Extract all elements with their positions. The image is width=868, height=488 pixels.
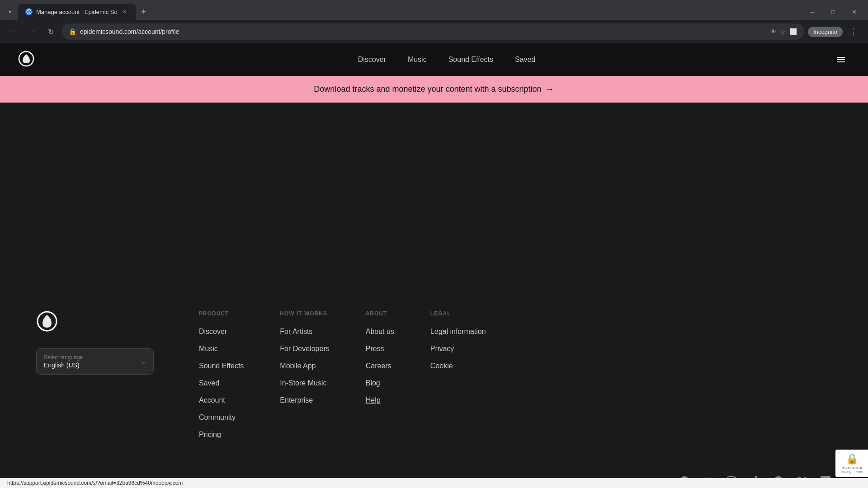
footer-link-discover[interactable]: Discover xyxy=(199,328,244,336)
address-bar-icons: 👁 ☆ ⬜ xyxy=(770,28,797,35)
svg-rect-3 xyxy=(837,59,845,60)
tab-title: Manage account | Epidemic So xyxy=(36,9,118,15)
side-panel-icon: ⬜ xyxy=(789,28,797,35)
nav-right xyxy=(832,51,850,69)
footer-link-privacy[interactable]: Privacy xyxy=(430,345,486,353)
chevron-down-icon: ⌄ xyxy=(141,358,146,365)
footer-link-mobile-app[interactable]: Mobile App xyxy=(280,362,329,370)
footer: Select language English (US) ⌄ PRODUCT D… xyxy=(0,283,868,488)
forward-button[interactable]: → xyxy=(25,24,40,39)
star-icon: ☆ xyxy=(780,28,786,35)
eye-off-icon: 👁 xyxy=(770,28,776,35)
footer-how-it-works-heading: HOW IT WORKS xyxy=(280,310,329,317)
svg-rect-4 xyxy=(837,61,845,62)
footer-about-heading: ABOUT xyxy=(366,310,394,317)
status-bar: https://support.epidemicsound.com/s/?ema… xyxy=(0,478,868,488)
footer-col-legal: LEGAL Legal information Privacy Cookie xyxy=(430,310,486,439)
promo-text: Download tracks and monetize your conten… xyxy=(314,84,541,94)
footer-link-music[interactable]: Music xyxy=(199,345,244,353)
browser-tab-bar: ▾ Manage account | Epidemic So ✕ + ─ □ ✕ xyxy=(0,0,868,20)
navbar: Discover Music Sound Effects Saved xyxy=(0,43,868,76)
close-window-button[interactable]: ✕ xyxy=(844,4,864,20)
footer-brand: Select language English (US) ⌄ xyxy=(36,310,163,439)
footer-nav: PRODUCT Discover Music Sound Effects Sav… xyxy=(199,310,832,439)
footer-link-for-artists[interactable]: For Artists xyxy=(280,328,329,336)
footer-link-cookie[interactable]: Cookie xyxy=(430,362,486,370)
browser-chrome: ▾ Manage account | Epidemic So ✕ + ─ □ ✕… xyxy=(0,0,868,43)
footer-link-account[interactable]: Account xyxy=(199,396,244,404)
promo-banner[interactable]: Download tracks and monetize your conten… xyxy=(0,76,868,103)
tab-close-button[interactable]: ✕ xyxy=(121,8,128,15)
promo-arrow: → xyxy=(545,84,554,94)
recaptcha-logo: 🔒 xyxy=(846,453,858,465)
nav-logo[interactable] xyxy=(18,51,34,69)
svg-rect-2 xyxy=(837,57,845,58)
browser-toolbar: ← → ↻ 🔒 epidemicsound.com/account/profil… xyxy=(0,20,868,43)
new-tab-button[interactable]: + xyxy=(137,5,150,18)
footer-legal-heading: LEGAL xyxy=(430,310,486,317)
footer-product-heading: PRODUCT xyxy=(199,310,244,317)
tab-group: ▾ Manage account | Epidemic So ✕ + xyxy=(0,4,154,20)
footer-link-help[interactable]: Help xyxy=(366,396,394,404)
website-content: Discover Music Sound Effects Saved Downl… xyxy=(0,43,868,488)
main-content xyxy=(0,103,868,283)
nav-links: Discover Music Sound Effects Saved xyxy=(61,56,832,64)
footer-link-sound-effects[interactable]: Sound Effects xyxy=(199,362,244,370)
toolbar-right: Incognito ⋮ xyxy=(808,24,861,39)
recaptcha-badge: 🔒 reCAPTCHA Privacy · Terms xyxy=(835,450,868,477)
lock-icon: 🔒 xyxy=(69,28,76,35)
footer-logo-icon xyxy=(36,310,58,332)
footer-col-product: PRODUCT Discover Music Sound Effects Sav… xyxy=(199,310,244,439)
hamburger-menu-button[interactable] xyxy=(832,51,850,69)
footer-col-how-it-works: HOW IT WORKS For Artists For Developers … xyxy=(280,310,329,439)
recaptcha-label: reCAPTCHA xyxy=(841,466,862,470)
footer-link-for-developers[interactable]: For Developers xyxy=(280,345,329,353)
footer-logo xyxy=(36,310,163,334)
url-display: epidemicsound.com/account/profile xyxy=(80,28,766,35)
footer-link-legal-information[interactable]: Legal information xyxy=(430,328,486,336)
footer-link-enterprise[interactable]: Enterprise xyxy=(280,396,329,404)
nav-music[interactable]: Music xyxy=(408,56,427,64)
extensions-button[interactable]: ⋮ xyxy=(846,24,861,39)
back-button[interactable]: ← xyxy=(7,24,22,39)
language-value: English (US) xyxy=(44,361,83,369)
footer-link-careers[interactable]: Careers xyxy=(366,362,394,370)
footer-link-in-store-music[interactable]: In-Store Music xyxy=(280,379,329,387)
minimize-button[interactable]: ─ xyxy=(802,4,823,20)
recaptcha-links: Privacy · Terms xyxy=(841,470,863,474)
tab-favicon xyxy=(25,8,33,15)
window-controls: ─ □ ✕ xyxy=(802,4,868,20)
status-url: https://support.epidemicsound.com/s/?ema… xyxy=(7,480,183,486)
incognito-label: Incognito xyxy=(808,27,843,37)
nav-saved[interactable]: Saved xyxy=(515,56,535,64)
address-bar[interactable]: 🔒 epidemicsound.com/account/profile 👁 ☆ … xyxy=(61,23,804,40)
epidemic-sound-logo-icon xyxy=(18,51,34,67)
footer-link-saved[interactable]: Saved xyxy=(199,379,244,387)
hamburger-icon xyxy=(835,54,846,65)
active-tab[interactable]: Manage account | Epidemic So ✕ xyxy=(18,4,136,20)
footer-col-about: ABOUT About us Press Careers Blog Help xyxy=(366,310,394,439)
footer-link-about-us[interactable]: About us xyxy=(366,328,394,336)
nav-discover[interactable]: Discover xyxy=(358,56,386,64)
footer-link-community[interactable]: Community xyxy=(199,413,244,422)
tab-group-collapse[interactable]: ▾ xyxy=(4,5,16,18)
nav-sound-effects[interactable]: Sound Effects xyxy=(448,56,493,64)
footer-top: Select language English (US) ⌄ PRODUCT D… xyxy=(36,310,832,439)
maximize-button[interactable]: □ xyxy=(823,4,844,20)
reload-button[interactable]: ↻ xyxy=(43,24,58,39)
footer-link-press[interactable]: Press xyxy=(366,345,394,353)
footer-link-blog[interactable]: Blog xyxy=(366,379,394,387)
language-selector[interactable]: Select language English (US) ⌄ xyxy=(36,348,154,375)
language-selector-inner: Select language English (US) xyxy=(44,354,83,369)
language-label: Select language xyxy=(44,354,83,361)
footer-link-pricing[interactable]: Pricing xyxy=(199,431,244,439)
